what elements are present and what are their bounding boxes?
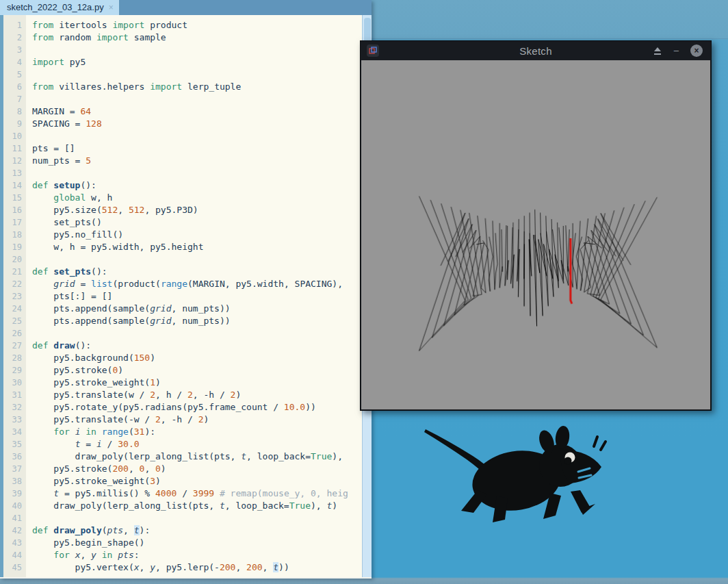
code-line: set_pts() — [32, 216, 362, 229]
code-line: from villares.helpers import lerp_tuple — [32, 81, 362, 93]
code-line: def set_pts(): — [32, 266, 362, 278]
code-line — [32, 130, 362, 142]
code-line: pts[:] = [] — [32, 290, 362, 303]
code-line: for x, y in pts: — [32, 549, 362, 561]
line-number-gutter: 1234567891011121314151617181920212223242… — [3, 15, 26, 577]
code-line: py5.vertex(x, y, py5.lerp(-200, 200, t)) — [32, 561, 362, 574]
code-line — [32, 68, 362, 81]
code-line: py5.stroke_weight(3) — [32, 475, 362, 487]
sketch-canvas-area — [361, 60, 710, 409]
minimize-button[interactable]: – — [674, 41, 679, 60]
shade-icon — [654, 47, 661, 51]
window-controls: – × — [653, 41, 703, 60]
code-line — [32, 512, 362, 524]
code-line: from itertools import product — [32, 19, 362, 31]
code-line: t = i / 30.0 — [32, 438, 362, 450]
code-line: py5.background(150) — [32, 352, 362, 364]
code-line: w, h = py5.width, py5.height — [32, 241, 362, 253]
code-line: pts = [] — [32, 142, 362, 155]
mouse-pupil — [564, 457, 572, 465]
code-line: py5.begin_shape() — [32, 537, 362, 549]
code-line: for i in range(31): — [32, 426, 362, 438]
code-line: grid = list(product(range(MARGIN, py5.wi… — [32, 278, 362, 290]
code-line: py5.translate(w / 2, h / 2, -h / 2) — [32, 389, 362, 401]
tab-close-icon[interactable]: × — [109, 0, 114, 15]
code-line: import py5 — [32, 56, 362, 68]
code-line: def draw(): — [32, 340, 362, 352]
close-button[interactable]: × — [690, 45, 703, 57]
sketch-window: Sketch – × — [360, 40, 712, 411]
code-line — [32, 167, 362, 179]
code-line — [32, 44, 362, 56]
desktop: sketch_2022_03_12a.py × 1234567891011121… — [0, 0, 728, 584]
mouse-alert-marks — [594, 437, 606, 450]
code-line: def setup(): — [32, 179, 362, 192]
code-line: py5.translate(-w / 2, -h / 2) — [32, 414, 362, 426]
editor-body: 1234567891011121314151617181920212223242… — [0, 15, 372, 577]
tab-title: sketch_2022_03_12a.py — [7, 0, 104, 15]
code-line: py5.stroke(0) — [32, 364, 362, 377]
code-editor-window: sketch_2022_03_12a.py × 1234567891011121… — [0, 0, 372, 579]
code-line: py5.stroke(200, 0, 0) — [32, 463, 362, 475]
code-line — [32, 327, 362, 340]
code-line: def draw_poly(pts, t): — [32, 524, 362, 537]
tab-sketch-file[interactable]: sketch_2022_03_12a.py × — [0, 0, 119, 15]
code-line: pts.append(sample(grid, num_pts)) — [32, 315, 362, 327]
code-line: py5.no_fill() — [32, 229, 362, 241]
code-line: MARGIN = 64 — [32, 105, 362, 118]
code-line: py5.stroke_weight(1) — [32, 377, 362, 389]
code-line: t = py5.millis() % 4000 / 3999 # remap(m… — [32, 487, 362, 500]
code-line: pts.append(sample(grid, num_pts)) — [32, 303, 362, 315]
shade-button[interactable] — [653, 47, 662, 55]
editor-tab-bar: sketch_2022_03_12a.py × — [0, 0, 372, 15]
code-line: num_pts = 5 — [32, 155, 362, 167]
code-line: global w, h — [32, 192, 362, 204]
code-line: from random import sample — [32, 31, 362, 44]
code-line: draw_poly(lerp_along_list(pts, t, loop_b… — [32, 500, 362, 512]
py5-sketch-canvas — [361, 60, 710, 409]
code-line: py5.size(512, 512, py5.P3D) — [32, 204, 362, 216]
code-text-area[interactable]: from itertools import productfrom random… — [26, 15, 362, 577]
sketch-titlebar[interactable]: Sketch – × — [361, 41, 711, 60]
code-line — [32, 93, 362, 105]
code-line: SPACING = 128 — [32, 118, 362, 130]
code-line: py5.rotate_y(py5.radians(py5.frame_count… — [32, 401, 362, 414]
code-line — [32, 253, 362, 266]
code-line: draw_poly(lerp_along_list(pts, t, loop_b… — [32, 450, 362, 463]
mouse-illustration — [409, 422, 609, 530]
